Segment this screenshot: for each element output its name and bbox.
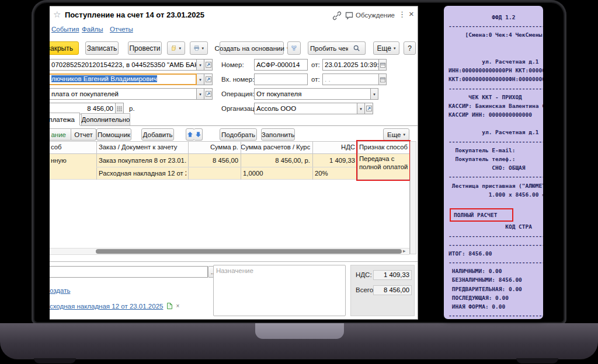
- bank-account-open-icon[interactable]: [204, 59, 213, 71]
- cell-order[interactable]: Заказ покупателя 8 от 23.01.2025: [99, 155, 186, 167]
- receipt-line: Лестница приставная ("АЛЮМЕТ"): [448, 181, 543, 190]
- organization-dropdown[interactable]: ▾: [357, 103, 365, 114]
- receipt-line: [448, 48, 543, 57]
- get-link-icon[interactable]: [332, 11, 342, 20]
- project-field[interactable]: [50, 266, 208, 278]
- organization-field[interactable]: Ассоль ООО: [254, 103, 357, 114]
- operation-field[interactable]: От покупателя: [254, 88, 371, 100]
- discussion-label[interactable]: Обсуждение: [356, 12, 395, 19]
- move-up-button[interactable]: [186, 128, 194, 141]
- incoming-date-calendar-icon[interactable]: [379, 74, 387, 85]
- favorite-star-icon[interactable]: ☆: [53, 9, 61, 20]
- cell-amount[interactable]: 8 456,00: [188, 155, 238, 167]
- discussion-icon[interactable]: [345, 12, 354, 20]
- receipt-lines: ФФД 1.2---------------------------------…: [448, 13, 543, 319]
- cell-settlement-amount[interactable]: 8 456,00, р.: [241, 155, 310, 167]
- totals-panel: НДС: 1 409,33 Всего: 8 456,00: [350, 265, 415, 316]
- payer-field[interactable]: лючников Евгений Владимирович: [50, 74, 197, 85]
- receipt-line: ПОЛНЫЙ РАСЧЕТ: [448, 208, 543, 222]
- date-field[interactable]: 23.01.2025 10:39:4: [322, 59, 379, 71]
- cell-vat-rate[interactable]: 20%: [315, 167, 355, 180]
- menu-files-link[interactable]: Файлы: [82, 26, 103, 33]
- related-structure-icon: [291, 44, 297, 52]
- close-icon[interactable]: ×: [409, 9, 414, 19]
- cell-method[interactable]: нную: [51, 155, 95, 167]
- basis-button[interactable]: ание: [50, 128, 71, 141]
- more-button[interactable]: Еще▾: [373, 41, 399, 55]
- green-document-icon: [166, 302, 173, 310]
- create-link[interactable]: оздать: [50, 287, 70, 294]
- number-label: Номер:: [221, 61, 244, 68]
- punch-check-button[interactable]: Пробить чек: [308, 41, 349, 55]
- cell-rate[interactable]: 1,0000: [243, 167, 310, 180]
- grand-total-value: 8 456,00: [373, 285, 412, 295]
- payer-open-icon[interactable]: [204, 74, 213, 85]
- report-button[interactable]: Отчет: [71, 128, 96, 141]
- bank-account-field[interactable]: 0702852520120154223, в 044525350 "АМБ БА…: [50, 59, 197, 71]
- operation-dropdown[interactable]: ▾: [371, 88, 378, 100]
- create-on-basis-button[interactable]: Создать на основании▾: [220, 41, 284, 55]
- col-header-settlement-amount[interactable]: Сумма расчетов / Курс: [241, 141, 310, 153]
- col-header-method[interactable]: соб: [51, 141, 95, 153]
- laptop-mockup: ☆ Поступление на счет 14 от 23.01.2025 О…: [0, 0, 598, 364]
- tab-additional[interactable]: Дополнительно: [81, 113, 130, 125]
- incoming-date-field[interactable]: . .: [322, 74, 379, 85]
- organization-open-icon[interactable]: [365, 103, 373, 114]
- kebab-menu-icon[interactable]: ⋮: [398, 10, 406, 19]
- print-button[interactable]: ▾: [190, 41, 208, 55]
- post-and-close-button[interactable]: закрыть: [50, 41, 79, 55]
- receipt-line: ИНН:0000000000000РН ККТ:0000000000: [448, 66, 543, 75]
- help-button[interactable]: ?: [404, 41, 416, 55]
- horizontal-scrollbar-thumb[interactable]: [96, 249, 402, 254]
- vertical-scrollbar[interactable]: [410, 141, 416, 254]
- app-window: ☆ Поступление на счет 14 от 23.01.2025 О…: [50, 6, 418, 320]
- cell-vat[interactable]: 1 409,33: [312, 155, 355, 167]
- remove-link-icon[interactable]: ×: [176, 303, 179, 309]
- col-header-order-document[interactable]: Заказ / Документ к зачету: [99, 141, 186, 153]
- print-icon: [194, 44, 199, 52]
- number-field[interactable]: АСФР-000014: [254, 59, 308, 71]
- assistant-button[interactable]: Помощник: [96, 128, 131, 141]
- grand-total-label: Всего:: [356, 286, 375, 293]
- bank-account-dropdown[interactable]: ▾: [197, 59, 204, 71]
- purpose-textarea[interactable]: [213, 265, 346, 316]
- payment-kind-dropdown[interactable]: ▾: [197, 88, 204, 100]
- cell-invoice[interactable]: Расходная накладная 12 от 23....: [99, 167, 186, 180]
- operation-label: Операция:: [221, 90, 255, 97]
- page-title: Поступление на счет 14 от 23.01.2025: [65, 10, 204, 19]
- receipt-line: [448, 40, 543, 48]
- linked-document-row: сходная накладная 12 от 23.01.2025 ×: [50, 302, 179, 310]
- receipt-line: НАЛИЧНЫМИ: 0.00: [448, 267, 543, 275]
- receipt-line: БЕЗНАЛИЧНЫМИ: 8456.00: [448, 275, 543, 284]
- linked-document-link[interactable]: сходная накладная 12 от 23.01.2025: [50, 303, 163, 310]
- receipt-line: ККТ:00000000000000ФН:000000000000: [448, 75, 543, 83]
- col-header-vat[interactable]: НДС: [312, 141, 355, 153]
- table-more-button[interactable]: Еще▾: [383, 128, 409, 141]
- date-calendar-icon[interactable]: [379, 59, 387, 71]
- move-down-button[interactable]: [194, 128, 203, 141]
- receipt-line: ФФД 1.2: [448, 13, 543, 22]
- payer-dropdown[interactable]: ▾: [197, 74, 204, 85]
- payment-kind-open-icon[interactable]: [204, 88, 213, 100]
- post-button[interactable]: Провести: [128, 41, 162, 55]
- tab-payment-details[interactable]: платежа: [50, 113, 80, 125]
- add-row-button[interactable]: Добавить: [141, 128, 174, 141]
- copy-document-button[interactable]: ▾: [167, 41, 185, 55]
- amount-calculator-icon[interactable]: [116, 103, 124, 114]
- receipt-line: Покупатель E-mail:: [448, 146, 543, 155]
- menu-events-link[interactable]: События: [51, 26, 79, 33]
- fill-button[interactable]: Заполнить: [261, 128, 295, 141]
- save-button[interactable]: Записать: [85, 41, 119, 55]
- pick-button[interactable]: Подобрать: [220, 128, 257, 141]
- receipt-line: ----------------------------------------: [448, 240, 543, 249]
- payment-kind-field[interactable]: плата от покупателей: [50, 88, 197, 100]
- col-header-amount[interactable]: Сумма р.: [188, 141, 238, 153]
- related-documents-button[interactable]: [287, 41, 301, 55]
- receipt-line: [448, 199, 543, 208]
- check-preview-button[interactable]: [348, 41, 366, 55]
- incoming-number-field[interactable]: [254, 74, 308, 85]
- scroll-right-arrow-icon[interactable]: ▸: [403, 248, 406, 254]
- receipt-line: ул. Расчетная д.1: [448, 128, 543, 136]
- receipt-line: 1.000 x 8456.00 = 8456.00: [448, 190, 543, 199]
- menu-reports-link[interactable]: Отчеты: [110, 26, 133, 33]
